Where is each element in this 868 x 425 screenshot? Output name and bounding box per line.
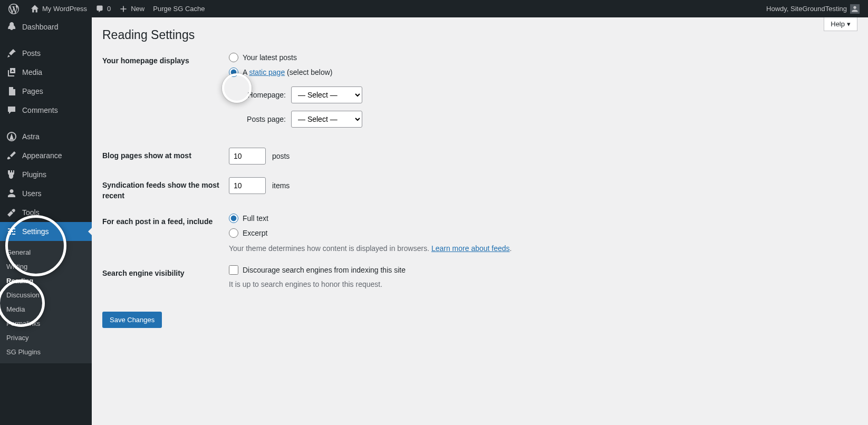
posts-suffix: posts: [272, 152, 290, 160]
radio-full-text-label[interactable]: Full text: [243, 214, 268, 223]
comment-icon: [6, 105, 17, 115]
checkbox-discourage[interactable]: [229, 265, 238, 275]
checkbox-discourage-label[interactable]: Discourage search engines from indexing …: [243, 266, 406, 274]
discourage-description: It is up to search engines to honor this…: [229, 280, 857, 288]
comments-count: 0: [107, 5, 111, 13]
admin-bar: My WordPress 0 New Purge SG Cache Howdy,…: [0, 0, 868, 17]
posts-page-select[interactable]: — Select —: [291, 111, 362, 128]
sidebar-item-pages[interactable]: Pages: [0, 82, 92, 101]
radio-latest-posts-label[interactable]: Your latest posts: [243, 53, 297, 62]
sidebar-item-appearance[interactable]: Appearance: [0, 146, 92, 165]
radio-static-page[interactable]: [229, 67, 238, 77]
pages-icon: [6, 86, 17, 96]
homepage-select-row: Homepage: — Select —: [239, 86, 857, 103]
sidebar-label: Plugins: [22, 170, 46, 179]
sidebar-item-media[interactable]: Media: [0, 63, 92, 82]
radio-full-text-row: Full text: [229, 214, 857, 223]
static-page-link[interactable]: static page: [249, 68, 285, 76]
label-search-visibility: Search engine visibility: [102, 265, 229, 288]
wordpress-icon: [8, 4, 19, 14]
sidebar-item-tools[interactable]: Tools: [0, 203, 92, 222]
sidebar-item-plugins[interactable]: Plugins: [0, 165, 92, 184]
row-feed-include: For each post in a feed, include Full te…: [102, 214, 857, 253]
submenu-permalinks[interactable]: Permalinks: [0, 316, 92, 331]
learn-more-feeds-link[interactable]: Learn more about feeds: [431, 244, 510, 253]
comments-link[interactable]: 0: [91, 0, 115, 17]
home-icon: [31, 5, 39, 13]
radio-full-text[interactable]: [229, 214, 238, 223]
sidebar-item-astra[interactable]: Astra: [0, 127, 92, 146]
checkbox-discourage-row: Discourage search engines from indexing …: [229, 265, 857, 275]
submenu-discussion[interactable]: Discussion: [0, 288, 92, 302]
howdy-text: Howdy, SiteGroundTesting: [766, 5, 847, 13]
plug-icon: [6, 169, 17, 180]
site-name-link[interactable]: My WordPress: [26, 0, 91, 17]
label-syndication: Syndication feeds show the most recent: [102, 177, 229, 201]
feed-description: Your theme determines how content is dis…: [229, 244, 857, 253]
new-link[interactable]: New: [115, 0, 149, 17]
main-content: Help ▾ Reading Settings Your homepage di…: [92, 17, 868, 425]
row-search-visibility: Search engine visibility Discourage sear…: [102, 265, 857, 288]
radio-latest-posts[interactable]: [229, 53, 238, 62]
admin-bar-left: My WordPress 0 New Purge SG Cache: [4, 0, 209, 17]
submenu-media[interactable]: Media: [0, 302, 92, 316]
radio-static-page-label[interactable]: A static page (select below): [243, 68, 332, 76]
radio-excerpt[interactable]: [229, 228, 238, 238]
sidebar-item-users[interactable]: Users: [0, 184, 92, 203]
syndication-input[interactable]: [229, 177, 266, 194]
settings-form: Your homepage displays Your latest posts…: [102, 53, 857, 328]
purge-label: Purge SG Cache: [153, 5, 205, 13]
sidebar-item-comments[interactable]: Comments: [0, 101, 92, 120]
static-suffix: (select below): [285, 68, 332, 76]
astra-icon: [6, 131, 17, 142]
new-label: New: [131, 5, 144, 13]
radio-static-page-row: A static page (select below): [229, 67, 857, 77]
radio-latest-posts-row: Your latest posts: [229, 53, 857, 62]
sidebar-label: Comments: [22, 106, 58, 114]
purge-cache-link[interactable]: Purge SG Cache: [149, 0, 209, 17]
sidebar-item-posts[interactable]: Posts: [0, 44, 92, 63]
submenu-general[interactable]: General: [0, 245, 92, 259]
label-blog-pages: Blog pages show at most: [102, 148, 229, 165]
submenu-reading[interactable]: Reading: [0, 274, 92, 288]
pin-icon: [6, 48, 17, 59]
items-suffix: items: [272, 181, 290, 190]
submenu-sg-plugins[interactable]: SG Plugins: [0, 345, 92, 359]
posts-page-select-label: Posts page:: [239, 115, 286, 123]
row-homepage-displays: Your homepage displays Your latest posts…: [102, 53, 857, 135]
label-feed-include: For each post in a feed, include: [102, 214, 229, 253]
help-label: Help: [831, 20, 845, 28]
feed-desc-suffix: .: [510, 244, 512, 253]
sidebar-label: Settings: [22, 227, 49, 236]
sidebar-label: Astra: [22, 132, 40, 141]
homepage-select[interactable]: — Select —: [291, 86, 362, 103]
row-blog-pages: Blog pages show at most posts: [102, 148, 857, 165]
sidebar-label: Dashboard: [22, 23, 59, 31]
admin-sidebar: Dashboard Posts Media Pages Comments Ast…: [0, 17, 92, 425]
submenu-privacy[interactable]: Privacy: [0, 331, 92, 345]
wrench-icon: [6, 207, 17, 218]
comment-icon: [95, 5, 104, 13]
submenu-writing[interactable]: Writing: [0, 259, 92, 274]
save-changes-button[interactable]: Save Changes: [102, 312, 162, 328]
wp-logo[interactable]: [4, 0, 26, 17]
sliders-icon: [6, 226, 17, 237]
help-tab[interactable]: Help ▾: [824, 17, 857, 31]
sidebar-label: Tools: [22, 208, 40, 217]
blog-pages-input[interactable]: [229, 148, 266, 165]
admin-bar-right: Howdy, SiteGroundTesting: [762, 0, 864, 17]
account-link[interactable]: Howdy, SiteGroundTesting: [762, 0, 864, 17]
posts-page-select-row: Posts page: — Select —: [239, 111, 857, 128]
avatar-icon: [850, 4, 860, 14]
sidebar-item-dashboard[interactable]: Dashboard: [0, 17, 92, 36]
user-icon: [6, 188, 17, 199]
radio-excerpt-label[interactable]: Excerpt: [243, 229, 267, 237]
site-name-text: My WordPress: [42, 5, 87, 13]
sidebar-label: Users: [22, 189, 42, 198]
sidebar-item-settings[interactable]: Settings: [0, 222, 92, 241]
sidebar-label: Pages: [22, 87, 43, 95]
chevron-down-icon: ▾: [847, 20, 851, 28]
dashboard-icon: [6, 22, 17, 32]
sidebar-label: Posts: [22, 49, 41, 57]
settings-submenu: General Writing Reading Discussion Media…: [0, 241, 92, 363]
